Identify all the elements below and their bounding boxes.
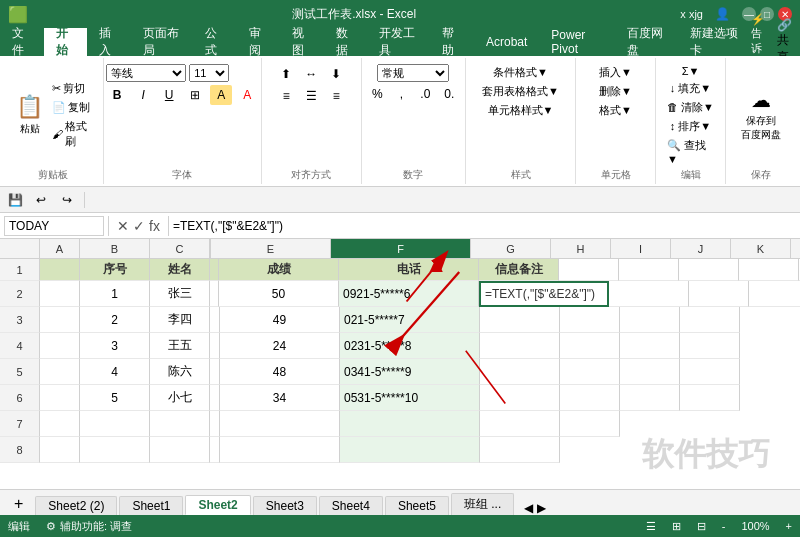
row-header-6[interactable]: 6 [0,385,40,411]
conditional-format-button[interactable]: 条件格式▼ [490,64,551,81]
cell-i3[interactable] [620,307,680,333]
cell-e4[interactable]: 24 [220,333,340,359]
cell-c6[interactable]: 小七 [150,385,210,411]
align-bottom-button[interactable]: ⬇ [325,64,347,84]
cell-k1[interactable] [739,259,799,281]
cell-h1[interactable] [559,259,619,281]
cell-a1[interactable] [40,259,80,281]
cell-b5[interactable]: 4 [80,359,150,385]
sheet-tab-sheet5[interactable]: Sheet5 [385,496,449,515]
cell-e1[interactable]: 成绩 [219,259,339,281]
border-button[interactable]: ⊞ [184,85,206,105]
cell-e5[interactable]: 48 [220,359,340,385]
sum-button[interactable]: Σ▼ [679,64,703,78]
col-header-b[interactable]: B [80,239,150,258]
cell-i1[interactable] [619,259,679,281]
cell-e8[interactable] [220,437,340,463]
font-size-select[interactable]: 11 [189,64,229,82]
cell-d5[interactable] [210,359,220,385]
cell-f8[interactable] [340,437,480,463]
align-right-button[interactable]: ≡ [325,86,347,106]
cell-h6[interactable] [560,385,620,411]
zoom-out-button[interactable]: - [722,520,726,532]
align-middle-button[interactable]: ↔ [300,64,322,84]
sheet-nav-next[interactable]: ▶ [537,501,546,515]
cell-j2[interactable] [749,281,800,307]
select-all-corner[interactable] [0,239,40,258]
tab-insert[interactable]: 插入 [87,28,131,56]
tab-devtools[interactable]: 开发工具 [367,28,430,56]
insert-function-icon[interactable]: fx [149,218,160,234]
cell-e3[interactable]: 49 [220,307,340,333]
cell-a2[interactable] [40,281,80,307]
align-center-button[interactable]: ☰ [300,86,322,106]
cell-j1[interactable] [679,259,739,281]
cell-b2[interactable]: 1 [80,281,150,307]
tab-formula[interactable]: 公式 [193,28,237,56]
sort-filter-button[interactable]: ↕ 排序▼ [667,118,714,135]
sheet-tab-sheet2[interactable]: Sheet2 [185,495,250,515]
view-layout-button[interactable]: ⊞ [672,520,681,533]
find-button[interactable]: 🔍 查找▼ [664,137,717,166]
cell-d7[interactable] [210,411,220,437]
row-header-5[interactable]: 5 [0,359,40,385]
cell-e2[interactable]: 50 [219,281,339,307]
row-header-8[interactable]: 8 [0,437,40,463]
view-page-break-button[interactable]: ⊟ [697,520,706,533]
font-family-select[interactable]: 等线 [106,64,186,82]
col-header-j[interactable]: J [671,239,731,258]
clear-button[interactable]: 🗑 清除▼ [664,99,717,116]
tab-baidu[interactable]: 百度网盘 [615,28,678,56]
row-header-4[interactable]: 4 [0,333,40,359]
tab-view[interactable]: 视图 [280,28,324,56]
cell-g2-formula[interactable]: =TEXT(,"[$"&E2&"]") [479,281,609,307]
cell-j4[interactable] [680,333,740,359]
italic-button[interactable]: I [132,85,154,105]
zoom-in-button[interactable]: + [786,520,792,532]
cell-a8[interactable] [40,437,80,463]
new-sheet-button[interactable]: + [8,493,29,515]
copy-button[interactable]: 📄 复制 [49,99,95,116]
tab-review[interactable]: 审阅 [237,28,281,56]
cell-f6[interactable]: 0531-5*****10 [340,385,480,411]
fill-button[interactable]: ↓ 填充▼ [667,80,714,97]
row-header-1[interactable]: 1 [0,259,40,281]
col-header-e[interactable]: E [211,239,331,258]
cell-h2[interactable] [609,281,689,307]
cell-d6[interactable] [210,385,220,411]
cell-e7[interactable] [220,411,340,437]
name-box[interactable]: TODAY [4,216,104,236]
tab-page-layout[interactable]: 页面布局 [131,28,194,56]
sheet-tab-sheet2-2[interactable]: Sheet2 (2) [35,496,117,515]
cell-f2[interactable]: 0921-5*****6 [339,281,479,307]
cell-a4[interactable] [40,333,80,359]
percent-button[interactable]: % [366,84,388,104]
comma-button[interactable]: , [390,84,412,104]
cell-i5[interactable] [620,359,680,385]
col-header-h[interactable]: H [551,239,611,258]
col-header-i[interactable]: I [611,239,671,258]
cell-c3[interactable]: 李四 [150,307,210,333]
cell-a7[interactable] [40,411,80,437]
cancel-formula-icon[interactable]: ✕ [117,218,129,234]
redo-button[interactable]: ↪ [56,190,78,210]
cell-c7[interactable] [150,411,210,437]
cell-f5[interactable]: 0341-5*****9 [340,359,480,385]
cell-c5[interactable]: 陈六 [150,359,210,385]
undo-button[interactable]: ↩ [30,190,52,210]
sheet-tab-banzhu[interactable]: 班组 ... [451,493,514,515]
save-quick-button[interactable]: 💾 [4,190,26,210]
cell-d1[interactable] [210,259,219,281]
formula-input[interactable] [173,219,796,233]
cell-d2[interactable] [210,281,219,307]
sheet-tab-sheet4[interactable]: Sheet4 [319,496,383,515]
cell-c1[interactable]: 姓名 [150,259,210,281]
insert-cell-button[interactable]: 插入▼ [596,64,635,81]
cell-b3[interactable]: 2 [80,307,150,333]
sheet-tab-sheet1[interactable]: Sheet1 [119,496,183,515]
cell-h3[interactable] [560,307,620,333]
tab-file[interactable]: 文件 [0,28,44,56]
cell-j5[interactable] [680,359,740,385]
cell-f3[interactable]: 021-5*****7 [340,307,480,333]
col-header-c[interactable]: C [150,239,210,258]
